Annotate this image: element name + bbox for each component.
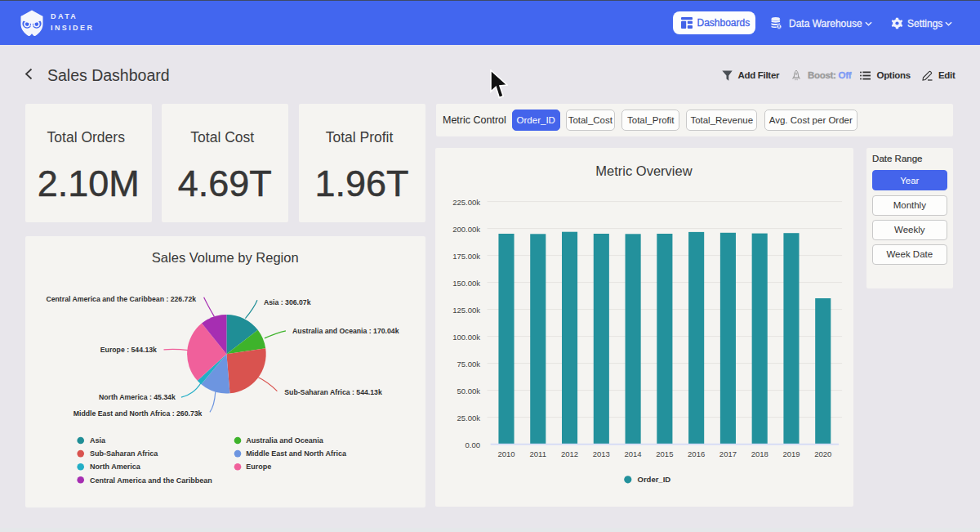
svg-text:75.00k: 75.00k [457,360,480,369]
svg-text:2014: 2014 [624,449,641,458]
svg-text:2019: 2019 [782,449,800,458]
svg-text:Asia: Asia [90,436,106,445]
svg-text:200.00k: 200.00k [452,225,480,234]
svg-text:2010: 2010 [497,449,514,458]
svg-text:Central America and the Caribb: Central America and the Caribbean : 226.… [46,294,196,302]
svg-text:2018: 2018 [751,449,768,458]
svg-text:Sub-Saharan Africa: Sub-Saharan Africa [90,449,158,458]
svg-text:2011: 2011 [529,449,546,458]
svg-text:Middle East and North Africa: Middle East and North Africa [246,449,347,458]
svg-text:Middle East and North Africa :: Middle East and North Africa : 260.73k [74,409,203,418]
svg-text:Australia and Oceania: Australia and Oceania [246,436,324,445]
svg-text:2013: 2013 [592,449,609,458]
svg-text:225.00k: 225.00k [452,198,480,207]
svg-text:175.00k: 175.00k [452,252,480,261]
svg-text:Sub-Saharan Africa : 544.13k: Sub-Saharan Africa : 544.13k [284,387,382,396]
svg-text:50.00k: 50.00k [457,387,480,396]
svg-text:Europe: Europe [246,463,271,471]
svg-text:0.00: 0.00 [465,440,480,449]
svg-text:Europe : 544.13k: Europe : 544.13k [100,345,157,353]
svg-text:North America : 45.34k: North America : 45.34k [99,392,176,400]
svg-text:2012: 2012 [560,449,577,458]
svg-text:2015: 2015 [656,449,673,458]
svg-text:2020: 2020 [814,449,831,458]
svg-text:North America: North America [90,463,141,471]
svg-text:100.00k: 100.00k [452,333,480,342]
svg-text:Central America and the Caribb: Central America and the Caribbean [90,476,212,484]
svg-text:Asia : 306.07k: Asia : 306.07k [264,297,311,306]
svg-text:2017: 2017 [719,449,736,458]
svg-text:25.00k: 25.00k [457,414,480,422]
svg-text:Order_ID: Order_ID [637,475,670,484]
svg-text:2016: 2016 [688,449,705,458]
svg-text:125.00k: 125.00k [452,306,480,315]
svg-text:150.00k: 150.00k [452,279,480,288]
svg-text:Australia and Oceania : 170.04: Australia and Oceania : 170.04k [292,326,399,334]
